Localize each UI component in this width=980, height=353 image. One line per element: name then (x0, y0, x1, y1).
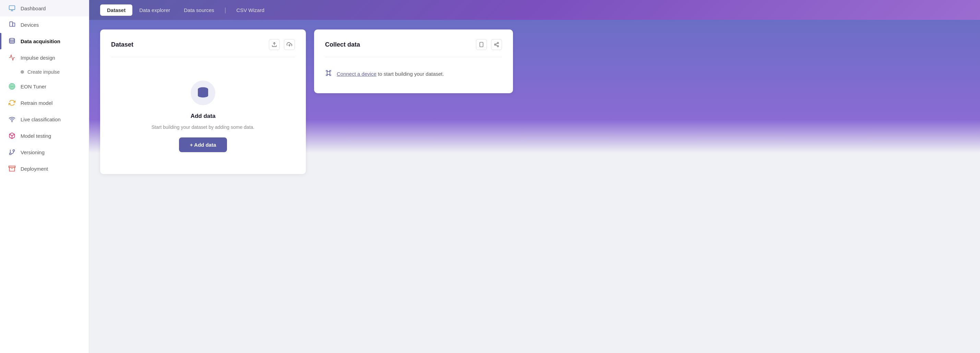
nav-divider: | (221, 6, 230, 14)
empty-state-title: Add data (191, 113, 216, 119)
svg-point-7 (10, 85, 14, 88)
svg-point-5 (10, 38, 15, 40)
collect-body-text: Connect a device to start building your … (337, 71, 444, 77)
sidebar-item-create-impulse-label: Create impulse (27, 69, 60, 75)
monitor-icon (8, 5, 16, 12)
svg-rect-0 (9, 6, 15, 10)
sidebar-item-impulse-label: Impulse design (21, 55, 55, 60)
database-icon (8, 37, 16, 45)
activity-icon (8, 54, 16, 61)
sidebar-item-live-classification[interactable]: Live classification (0, 111, 89, 127)
sidebar-item-model-label: Model testing (21, 133, 51, 139)
collect-card-body: Connect a device to start building your … (325, 64, 502, 84)
svg-rect-4 (13, 23, 15, 26)
connect-device-link[interactable]: Connect a device (337, 71, 377, 77)
svg-rect-19 (480, 42, 483, 47)
svg-point-12 (13, 150, 15, 151)
sidebar-item-eon-label: EON Tuner (21, 84, 46, 89)
cloud-upload-button[interactable] (284, 39, 295, 50)
phone-button[interactable] (476, 39, 487, 50)
package-icon (8, 132, 16, 140)
sidebar-item-devices-label: Devices (21, 22, 39, 28)
tab-data-explorer[interactable]: Data explorer (132, 5, 177, 16)
top-navigation: Dataset Data explorer Data sources | CSV… (89, 0, 980, 20)
sidebar-item-deployment-label: Deployment (21, 166, 48, 172)
empty-state-description: Start building your dataset by adding so… (151, 124, 255, 130)
svg-line-24 (496, 45, 498, 46)
device-chip-icon (325, 70, 332, 78)
sidebar-item-retrain-label: Retrain model (21, 100, 52, 106)
sidebar-item-dashboard-label: Dashboard (21, 5, 46, 11)
svg-line-25 (496, 43, 498, 44)
svg-point-22 (495, 44, 496, 45)
svg-point-9 (12, 121, 12, 122)
dataset-card-header: Dataset (111, 39, 295, 57)
collect-body-after-link: to start building your dataset. (377, 71, 444, 77)
dataset-card-actions (269, 39, 295, 50)
svg-point-21 (497, 42, 499, 43)
upload-button[interactable] (269, 39, 280, 50)
svg-rect-14 (9, 166, 15, 168)
collect-card-title: Collect data (325, 41, 360, 48)
sidebar-item-create-impulse[interactable]: Create impulse (0, 66, 89, 78)
sidebar-item-eon-tuner[interactable]: EON Tuner (0, 78, 89, 95)
dot-icon (21, 70, 24, 74)
target-icon (8, 83, 16, 90)
devices-icon (8, 21, 16, 29)
collect-card-actions (476, 39, 502, 50)
svg-rect-26 (327, 72, 330, 75)
add-data-button[interactable]: + Add data (179, 137, 228, 152)
content-area: Dataset (89, 20, 980, 353)
sidebar-item-data-acquisition[interactable]: Data acquisition (0, 33, 89, 49)
sidebar-item-impulse-design[interactable]: Impulse design (0, 49, 89, 66)
tab-csv-wizard[interactable]: CSV Wizard (229, 5, 271, 16)
sidebar-item-live-label: Live classification (21, 116, 61, 122)
tab-dataset[interactable]: Dataset (100, 5, 132, 16)
sidebar-item-model-testing[interactable]: Model testing (0, 127, 89, 144)
sidebar-item-dashboard[interactable]: Dashboard (0, 0, 89, 16)
svg-point-8 (11, 86, 12, 87)
wifi-icon (8, 116, 16, 123)
svg-point-23 (497, 46, 499, 47)
sidebar-item-retrain-model[interactable]: Retrain model (0, 95, 89, 111)
svg-rect-3 (10, 22, 12, 26)
main-content: Dataset Data explorer Data sources | CSV… (89, 0, 980, 353)
collect-card-header: Collect data (325, 39, 502, 57)
sidebar-item-deployment[interactable]: Deployment (0, 161, 89, 177)
git-branch-icon (8, 148, 16, 156)
tab-data-sources[interactable]: Data sources (177, 5, 221, 16)
sidebar: Dashboard Devices Data acquisition Impul… (0, 0, 89, 353)
box-icon (8, 165, 16, 172)
database-empty-icon (191, 81, 215, 105)
refresh-icon (8, 99, 16, 107)
sidebar-item-versioning[interactable]: Versioning (0, 144, 89, 161)
dataset-empty-state: Add data Start building your dataset by … (111, 64, 295, 164)
share-button[interactable] (491, 39, 502, 50)
collect-data-card: Collect data (314, 29, 513, 93)
dataset-card-title: Dataset (111, 41, 134, 48)
sidebar-item-versioning-label: Versioning (21, 149, 45, 155)
sidebar-item-devices[interactable]: Devices (0, 16, 89, 33)
dataset-card: Dataset (100, 29, 306, 174)
svg-point-13 (10, 153, 11, 155)
sidebar-item-data-label: Data acquisition (21, 38, 60, 44)
